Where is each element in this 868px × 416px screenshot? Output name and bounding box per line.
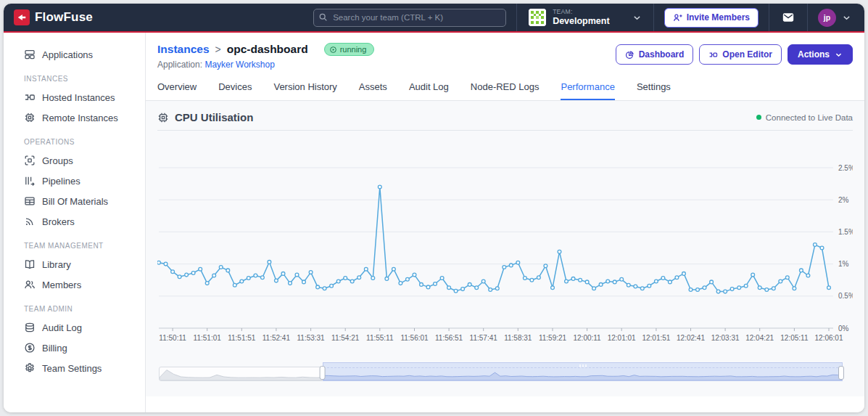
members-icon [24,279,36,290]
svg-text:12:00:11: 12:00:11 [574,334,602,342]
sidebar-item-hosted-instances[interactable]: Hosted Instances [4,87,145,107]
tab-settings[interactable]: Settings [637,81,671,100]
invite-members-label: Invite Members [687,12,750,23]
breadcrumb-instances-link[interactable]: Instances [157,43,210,56]
svg-text:0%: 0% [838,325,849,333]
application-label: Application: [157,60,202,70]
sidebar-item-members[interactable]: Members [4,274,145,295]
status-badge: running [324,43,375,56]
sidebar-item-groups[interactable]: Groups [4,150,145,171]
svg-text:0.5%: 0.5% [838,292,853,300]
team-selector[interactable]: TEAM: Development [517,4,653,31]
performance-panel: CPU Utilisation Connected to Live Data 0… [146,101,864,396]
tab-devices[interactable]: Devices [218,81,252,100]
chevron-down-icon [835,51,843,59]
brokers-icon [24,216,36,227]
svg-text:12:01:01: 12:01:01 [608,334,636,342]
team-search [313,9,506,27]
tab-assets[interactable]: Assets [359,81,387,100]
live-status-label: Connected to Live Data [766,113,853,122]
sidebar-item-label: Audit Log [42,322,82,333]
sidebar-item-label: Pipelines [42,176,80,187]
chart-title: CPU Utilisation [175,111,253,123]
sidebar-item-billing[interactable]: Billing [4,338,145,358]
sidebar-section-team-admin: TEAM ADMIN [4,295,145,317]
sidebar-item-label: Brokers [42,216,75,227]
play-circle-icon [329,46,337,54]
team-name: Development [553,16,610,26]
open-editor-button[interactable]: Open Editor [699,44,782,65]
actions-button[interactable]: Actions [788,44,853,65]
svg-text:11:53:31: 11:53:31 [297,334,326,342]
application-link[interactable]: Mayker Workshop [204,60,274,70]
logo-text: FlowFuse [35,10,93,25]
svg-text:2%: 2% [838,196,849,204]
svg-text:11:57:41: 11:57:41 [470,334,498,342]
invite-members-button[interactable]: Invite Members [664,8,759,28]
brush-right-handle[interactable] [838,366,844,380]
brush-left-handle[interactable] [320,366,326,380]
dashboard-button[interactable]: Dashboard [616,44,694,65]
sidebar-item-team-settings[interactable]: Team Settings [4,358,145,378]
brush-unselected-region[interactable] [159,367,323,381]
sidebar: ApplicationsINSTANCESHosted InstancesRem… [4,33,146,412]
groups-icon [24,155,36,166]
svg-text:1.5%: 1.5% [838,228,853,236]
sidebar-item-brokers[interactable]: Brokers [4,211,145,232]
search-input[interactable] [313,9,506,27]
status-badge-label: running [340,45,367,54]
sidebar-section-instances: INSTANCES [4,65,145,87]
page-title: opc-dashboard [227,43,308,56]
billing-icon [24,342,36,354]
sidebar-item-bill-of-materials[interactable]: Bill Of Materials [4,191,145,211]
tab-overview[interactable]: Overview [157,81,197,100]
chevron-down-icon [632,13,642,23]
svg-text:12:05:11: 12:05:11 [780,334,809,342]
tab-node-red-logs[interactable]: Node-RED Logs [471,81,540,100]
svg-text:11:51:01: 11:51:01 [194,334,222,342]
top-navbar: FlowFuse TEAM: Development [4,4,864,33]
sidebar-item-label: Billing [42,343,67,354]
sidebar-item-label: Groups [42,155,73,166]
tab-audit-log[interactable]: Audit Log [409,81,449,100]
chevron-down-icon [842,13,851,23]
svg-text:11:54:21: 11:54:21 [331,334,360,342]
library-icon [24,258,36,270]
team-avatar [529,9,546,26]
pipelines-icon [24,175,36,187]
audit-log-icon [24,322,36,333]
svg-text:2.5%: 2.5% [838,164,853,172]
team-label: TEAM: [553,9,610,16]
team-settings-icon [24,362,36,374]
chart-svg[interactable]: 0%0.5%1%1.5%2%2.5%11:50:1111:51:0111:51:… [157,135,853,353]
svg-text:11:50:11: 11:50:11 [159,334,186,342]
flowfuse-logo[interactable]: FlowFuse [14,9,93,25]
dashboard-button-label: Dashboard [639,49,685,60]
brush-selected-region[interactable] [323,362,843,381]
cpu-chip-icon [157,112,169,123]
brush-history-sparkline [160,367,323,380]
sidebar-item-applications[interactable]: Applications [4,44,145,65]
sidebar-item-remote-instances[interactable]: Remote Instances [4,107,145,128]
svg-text:1%: 1% [838,260,849,268]
svg-text:11:56:01: 11:56:01 [400,334,429,342]
open-editor-button-label: Open Editor [722,49,772,60]
sidebar-item-label: Library [42,259,71,270]
sidebar-item-audit-log[interactable]: Audit Log [4,317,145,338]
svg-text:12:06:01: 12:06:01 [815,334,843,342]
user-menu[interactable]: jp [808,4,857,31]
sidebar-item-label: Remote Instances [42,113,118,123]
sidebar-item-pipelines[interactable]: Pipelines [4,171,145,191]
tab-version-history[interactable]: Version History [273,81,336,100]
cpu-utilisation-chart: 0%0.5%1%1.5%2%2.5%11:50:1111:51:0111:51:… [157,135,853,353]
navbar-divider [653,4,654,31]
svg-text:12:03:31: 12:03:31 [711,334,740,342]
sidebar-item-label: Hosted Instances [42,92,115,103]
svg-text:11:58:31: 11:58:31 [504,334,532,342]
chart-brush [159,362,843,383]
live-status-dot [756,115,761,120]
notifications-button[interactable] [769,4,807,31]
sidebar-item-library[interactable]: Library [4,254,145,274]
svg-text:11:59:21: 11:59:21 [539,334,567,342]
tab-performance[interactable]: Performance [561,81,614,100]
